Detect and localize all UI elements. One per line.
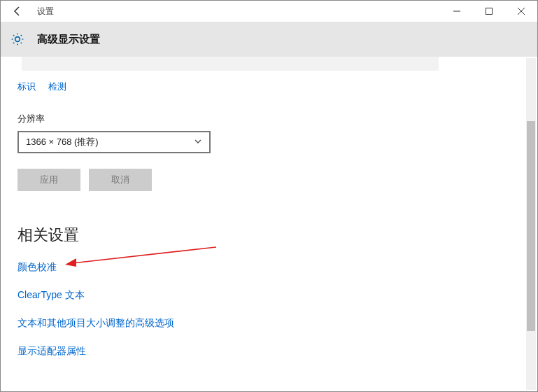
gear-icon (10, 32, 24, 46)
close-button[interactable] (505, 1, 537, 22)
page-title: 高级显示设置 (37, 33, 100, 46)
detect-link[interactable]: 检测 (48, 80, 66, 93)
maximize-button[interactable] (473, 1, 505, 22)
scrollbar[interactable] (526, 58, 536, 390)
related-settings-heading: 相关设置 (17, 225, 521, 246)
back-button[interactable] (1, 1, 34, 22)
resolution-label: 分辨率 (17, 113, 521, 125)
svg-rect-1 (486, 8, 493, 15)
resolution-value: 1366 × 768 (推荐) (26, 136, 99, 148)
apply-button[interactable]: 应用 (17, 169, 80, 191)
apply-cancel-row: 应用 取消 (17, 169, 521, 191)
resolution-dropdown[interactable]: 1366 × 768 (推荐) (17, 131, 211, 153)
identify-link[interactable]: 标识 (17, 80, 36, 93)
advanced-sizing-link[interactable]: 文本和其他项目大小调整的高级选项 (17, 317, 521, 330)
chevron-down-icon (194, 137, 202, 148)
display-preview-box (22, 57, 439, 71)
adapter-properties-link[interactable]: 显示适配器属性 (17, 345, 521, 358)
cancel-button[interactable]: 取消 (89, 169, 152, 191)
page-header: 高级显示设置 (1, 22, 537, 57)
window-title: 设置 (34, 6, 54, 18)
titlebar: 设置 (1, 1, 537, 22)
display-action-links: 标识 检测 (17, 80, 521, 93)
related-settings-links: 颜色校准 ClearType 文本 文本和其他项目大小调整的高级选项 显示适配器… (17, 261, 521, 358)
content-area: 标识 检测 分辨率 1366 × 768 (推荐) 应用 取消 相关设置 颜色校… (1, 57, 537, 391)
minimize-button[interactable] (441, 1, 473, 22)
cleartype-link[interactable]: ClearType 文本 (17, 289, 521, 302)
scrollbar-thumb[interactable] (527, 121, 535, 331)
color-calibration-link[interactable]: 颜色校准 (17, 261, 521, 274)
